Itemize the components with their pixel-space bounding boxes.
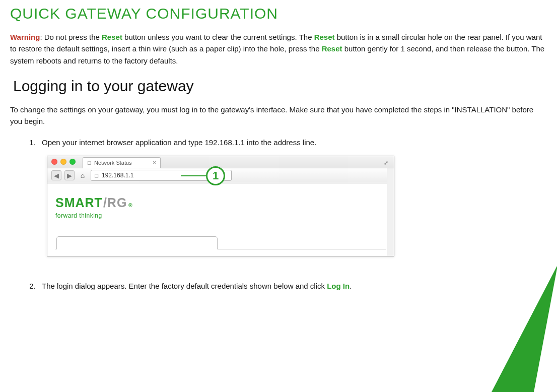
logo-slash-icon: / [103, 193, 107, 213]
callout-connector [181, 175, 206, 176]
corner-decoration-overlay [534, 269, 557, 392]
callout-badge: 1 [206, 166, 225, 185]
step-2-text-a: The login dialog appears. Enter the fact… [42, 282, 327, 290]
registered-icon: ® [128, 202, 132, 209]
logo-tagline: forward thinking [55, 211, 386, 220]
reset-keyword-1: Reset [102, 33, 122, 41]
login-keyword: Log In [327, 282, 350, 290]
browser-tab-strip: ◻ Network Status × ⤢ [47, 156, 394, 168]
minimize-window-icon[interactable] [60, 159, 66, 165]
step-1-text: Open your internet browser application a… [42, 138, 316, 147]
tab-title: Network Status [94, 159, 132, 167]
logo-smart-text: SMART [55, 193, 103, 213]
tab-favicon-icon: ◻ [87, 159, 91, 166]
forward-button[interactable]: ▶ [64, 170, 75, 180]
warning-label: Warning [10, 33, 40, 41]
browser-screenshot: ◻ Network Status × ⤢ ◀ ▶ ⌂ ◻ 192.168.1.1… [47, 156, 394, 256]
page-title: QUICK GATEWAY CONFIGURATION [10, 5, 547, 22]
steps-list: Open your internet browser application a… [38, 137, 547, 292]
close-window-icon[interactable] [51, 159, 57, 165]
address-text: 192.168.1.1 [102, 171, 133, 180]
tab-close-icon[interactable]: × [153, 158, 156, 167]
reset-keyword-2: Reset [314, 33, 335, 41]
login-tab-strip [55, 234, 386, 249]
warning-paragraph: Warning: Do not press the Reset button u… [10, 31, 547, 67]
section-heading: Logging in to your gateway [13, 78, 547, 95]
reset-keyword-3: Reset [322, 44, 342, 53]
smartrg-logo: SMART / RG ® [55, 193, 386, 213]
browser-tab[interactable]: ◻ Network Status × [83, 157, 161, 168]
zoom-window-icon[interactable] [69, 159, 76, 165]
scrollbar[interactable] [387, 168, 394, 256]
step-2-text-b: . [350, 282, 352, 290]
logo-rg-text: RG [107, 193, 127, 213]
back-button[interactable]: ◀ [51, 170, 61, 180]
address-favicon-icon: ◻ [94, 171, 99, 180]
step-2: The login dialog appears. Enter the fact… [38, 281, 547, 292]
window-traffic-lights [51, 159, 76, 165]
fullscreen-icon[interactable]: ⤢ [384, 159, 390, 165]
intro-paragraph: To change the settings on your gateway, … [10, 104, 547, 127]
login-tab[interactable] [56, 236, 218, 249]
home-button[interactable]: ⌂ [78, 170, 88, 180]
browser-page-body: SMART / RG ® forward thinking [47, 183, 394, 255]
step-1: Open your internet browser application a… [38, 137, 547, 272]
warning-text-2: button unless you want to clear the curr… [122, 33, 314, 41]
warning-text-1: : Do not press the [40, 33, 102, 41]
